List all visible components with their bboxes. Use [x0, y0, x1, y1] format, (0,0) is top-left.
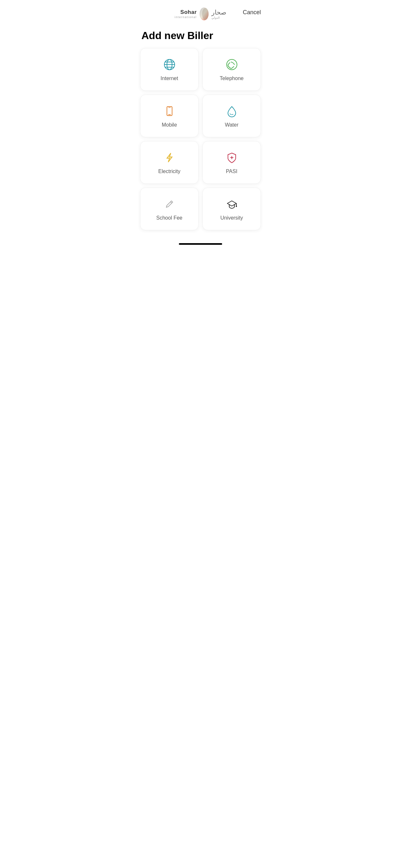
logo: Sohar international صحار الدولي — [175, 6, 227, 21]
biller-label-water: Water — [225, 122, 238, 128]
home-indicator — [179, 243, 222, 245]
biller-card-school-fee[interactable]: School Fee — [140, 188, 198, 230]
mobile-icon — [162, 104, 177, 118]
svg-marker-14 — [227, 201, 236, 206]
biller-card-pasi[interactable]: PASI — [203, 141, 261, 184]
biller-label-internet: Internet — [160, 75, 178, 82]
biller-label-mobile: Mobile — [162, 122, 177, 128]
svg-rect-8 — [167, 106, 172, 116]
lightning-icon — [162, 151, 177, 165]
biller-card-telephone[interactable]: Telephone — [203, 48, 261, 91]
pencil-icon — [162, 197, 177, 211]
biller-label-pasi: PASI — [226, 168, 237, 175]
svg-point-1 — [202, 8, 209, 20]
graduation-icon — [225, 197, 239, 211]
header: Sohar international صحار الدولي Cancel — [134, 0, 267, 25]
cancel-button[interactable]: Cancel — [243, 9, 261, 16]
logo-text-international: international — [175, 16, 197, 19]
biller-card-water[interactable]: Water — [203, 95, 261, 137]
biller-card-mobile[interactable]: Mobile — [140, 95, 198, 137]
globe-icon — [162, 58, 177, 72]
logo-text-sohar: Sohar — [181, 9, 197, 16]
phone-icon — [225, 58, 239, 72]
biller-card-internet[interactable]: Internet — [140, 48, 198, 91]
shield-icon — [225, 151, 239, 165]
biller-card-electricity[interactable]: Electricity — [140, 141, 198, 184]
biller-label-university: University — [220, 215, 243, 221]
logo-arabic-sub: الدولي — [212, 16, 220, 20]
biller-card-university[interactable]: University — [203, 188, 261, 230]
page-title: Add new Biller — [134, 25, 267, 48]
logo-arabic: صحار — [212, 8, 226, 16]
svg-line-13 — [171, 202, 172, 203]
logo-icon — [198, 6, 210, 21]
biller-label-electricity: Electricity — [158, 168, 180, 175]
svg-point-16 — [236, 206, 237, 207]
billers-grid: Internet Telephone Mobile — [134, 48, 267, 230]
water-icon — [225, 104, 239, 118]
biller-label-telephone: Telephone — [220, 75, 244, 82]
biller-label-school-fee: School Fee — [156, 215, 182, 221]
